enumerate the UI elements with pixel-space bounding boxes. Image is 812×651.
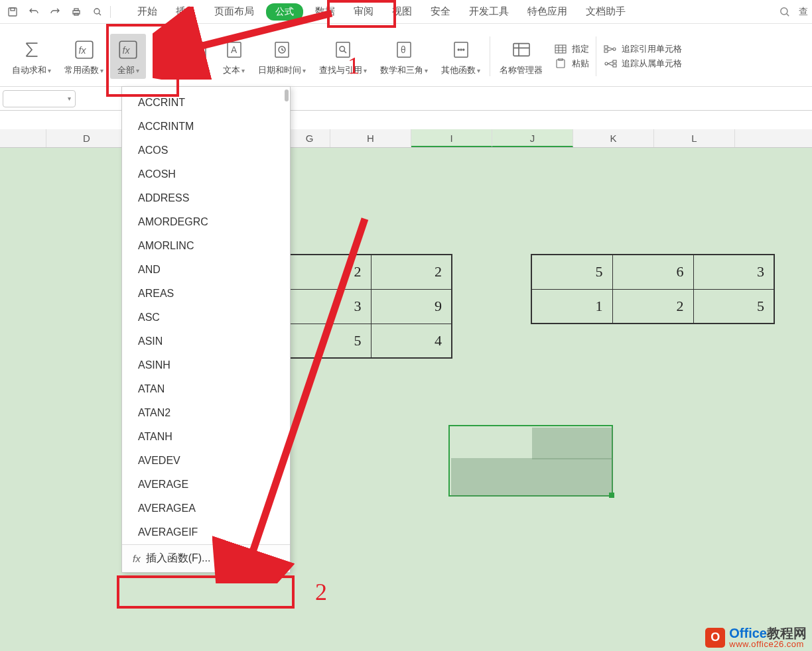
- btn-trace-prec[interactable]: 追踪引用单元格: [603, 43, 682, 55]
- math-label: 数学和三角: [380, 65, 423, 75]
- btn-assign[interactable]: 指定: [553, 43, 589, 55]
- function-item[interactable]: ASIN: [122, 329, 290, 353]
- question-icon: ?: [189, 36, 209, 63]
- other-label: 其他函数: [441, 65, 476, 75]
- annotation-number: 2: [315, 578, 327, 606]
- function-item[interactable]: ATAN2: [122, 401, 290, 425]
- insert-function-item[interactable]: fx 插入函数(F)...: [122, 544, 290, 572]
- cell[interactable]: 4: [371, 324, 452, 358]
- btn-math[interactable]: θ 数学和三角▾: [373, 36, 435, 76]
- col-header[interactable]: K: [573, 129, 654, 147]
- table-right: 563 125: [531, 254, 775, 324]
- btn-autosum[interactable]: 自动求和▾: [5, 36, 58, 76]
- col-header[interactable]: [0, 129, 46, 147]
- svg-point-25: [460, 49, 462, 50]
- tab-insert[interactable]: 插入: [167, 1, 205, 22]
- tab-special[interactable]: 特色应用: [518, 1, 576, 22]
- watermark-url: www.office26.com: [729, 640, 807, 648]
- tab-dev[interactable]: 开发工具: [460, 1, 518, 22]
- tab-layout[interactable]: 页面布局: [205, 1, 263, 22]
- cell[interactable]: 1: [531, 289, 612, 324]
- cell[interactable]: 2: [290, 255, 371, 289]
- cell[interactable]: 9: [371, 289, 452, 324]
- trace-prec-icon: [603, 43, 618, 55]
- selection-range[interactable]: [448, 425, 613, 497]
- qat-undo-icon[interactable]: [25, 4, 42, 20]
- scrollbar-thumb[interactable]: [285, 89, 289, 101]
- function-item[interactable]: ASINH: [122, 353, 290, 377]
- col-header[interactable]: I: [411, 129, 492, 147]
- function-item[interactable]: AREAS: [122, 282, 290, 306]
- tab-security[interactable]: 安全: [421, 1, 460, 22]
- col-header[interactable]: L: [654, 129, 735, 147]
- cell[interactable]: 3: [693, 255, 774, 289]
- function-item[interactable]: ASC: [122, 306, 290, 329]
- grid-icon: [553, 43, 568, 55]
- fill-handle[interactable]: [609, 493, 614, 498]
- paste-label: 粘贴: [572, 58, 589, 70]
- cell[interactable]: 5: [693, 289, 774, 324]
- table-left: 22 39 54: [289, 254, 452, 359]
- function-item[interactable]: ATANH: [122, 425, 290, 449]
- watermark-badge: O: [705, 628, 725, 648]
- btn-name-manager[interactable]: 名称管理器: [493, 36, 549, 76]
- function-item[interactable]: ACOSH: [122, 162, 290, 186]
- btn-datetime[interactable]: 日期和时间▾: [251, 36, 312, 76]
- svg-text:?: ?: [196, 45, 202, 55]
- function-item[interactable]: ACCRINTM: [122, 115, 290, 139]
- search-icon[interactable]: [776, 4, 793, 20]
- qat-print-icon[interactable]: [68, 4, 85, 20]
- annotation-box-all: [106, 24, 179, 97]
- tab-docassist[interactable]: 文档助手: [576, 1, 635, 22]
- selection-fill: [532, 428, 613, 459]
- function-item[interactable]: AND: [122, 258, 290, 282]
- svg-point-5: [94, 9, 100, 14]
- col-header[interactable]: J: [492, 129, 573, 147]
- function-item[interactable]: AMORDEGRC: [122, 210, 290, 234]
- cell[interactable]: 5: [290, 324, 371, 358]
- btn-common-fn[interactable]: fx 常用函数▾: [58, 36, 110, 76]
- col-header[interactable]: G: [289, 129, 330, 147]
- function-item[interactable]: AMORLINC: [122, 234, 290, 258]
- function-item[interactable]: ACOS: [122, 139, 290, 162]
- tab-start[interactable]: 开始: [128, 1, 167, 22]
- paste-icon: [553, 58, 568, 70]
- function-list: ACCRINTACCRINTMACOSACOSHADDRESSAMORDEGRC…: [122, 87, 290, 544]
- svg-rect-35: [613, 60, 616, 63]
- qat-redo-icon[interactable]: [46, 4, 64, 20]
- btn-text[interactable]: A 文本▾: [216, 36, 251, 76]
- function-dropdown: ACCRINTACCRINTMACOSACOSHADDRESSAMORDEGRC…: [121, 86, 291, 573]
- function-item[interactable]: AVERAGE: [122, 473, 290, 497]
- btn-logic[interactable]: ? 逻辑▾: [181, 36, 216, 76]
- assign-label: 指定: [572, 43, 589, 55]
- clock-icon: [272, 36, 292, 63]
- col-header[interactable]: D: [46, 129, 127, 147]
- annotation-box-tab: [327, 0, 396, 28]
- cell[interactable]: 2: [371, 255, 452, 289]
- fx-icon: fx: [133, 553, 141, 564]
- function-item[interactable]: AVERAGEIF: [122, 520, 290, 544]
- qat-save-icon[interactable]: [4, 4, 21, 20]
- cell[interactable]: 3: [290, 289, 371, 324]
- namebox-drop-icon[interactable]: ▾: [68, 95, 71, 102]
- btn-other[interactable]: 其他函数▾: [435, 36, 487, 76]
- cell[interactable]: 5: [531, 255, 612, 289]
- trace-dep-label: 追踪从属单元格: [622, 58, 682, 70]
- function-item[interactable]: ATAN: [122, 377, 290, 401]
- svg-rect-3: [74, 9, 78, 11]
- cell[interactable]: 6: [612, 255, 693, 289]
- btn-paste-name[interactable]: 粘贴: [553, 58, 589, 70]
- name-box[interactable]: ▾: [3, 90, 76, 107]
- cell[interactable]: 2: [612, 289, 693, 324]
- qat-preview-icon[interactable]: [89, 4, 106, 20]
- theta-icon: θ: [394, 36, 414, 63]
- function-item[interactable]: AVEDEV: [122, 449, 290, 473]
- btn-trace-dep[interactable]: 追踪从属单元格: [603, 58, 682, 70]
- function-item[interactable]: ADDRESS: [122, 186, 290, 210]
- col-header[interactable]: H: [330, 129, 411, 147]
- watermark-title: Office教程网: [729, 626, 807, 640]
- btn-lookup[interactable]: 查找与引用▾: [312, 36, 373, 76]
- datetime-label: 日期和时间: [258, 65, 301, 75]
- function-item[interactable]: AVERAGEA: [122, 497, 290, 520]
- tab-formula[interactable]: 公式: [266, 3, 303, 21]
